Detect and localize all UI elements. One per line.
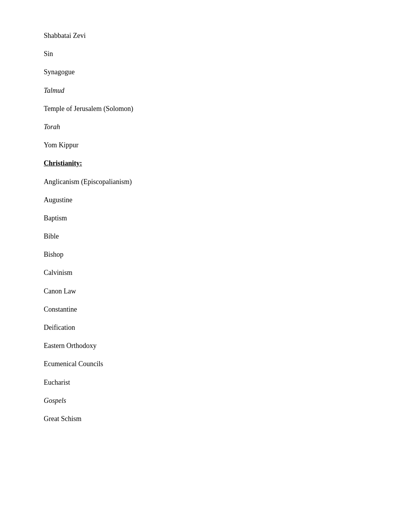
list-item: Sin (44, 49, 411, 59)
list-item: Shabbatai Zevi (44, 31, 411, 41)
list-item: Yom Kippur (44, 140, 411, 150)
list-item: Eastern Orthodoxy (44, 341, 411, 351)
list-item: Calvinism (44, 268, 411, 278)
list-item: Gospels (44, 396, 411, 406)
main-content: Shabbatai ZeviSinSynagogueTalmudTemple o… (0, 0, 411, 463)
list-item: Temple of Jerusalem (Solomon) (44, 104, 411, 114)
list-item: Synagogue (44, 67, 411, 77)
list-item: Christianity: (44, 159, 411, 168)
list-item: Torah (44, 122, 411, 132)
list-item: Canon Law (44, 286, 411, 296)
list-item: Eucharist (44, 378, 411, 387)
list-item: Augustine (44, 195, 411, 205)
list-item: Deification (44, 323, 411, 332)
list-item: Anglicanism (Episcopalianism) (44, 177, 411, 187)
list-item: Baptism (44, 213, 411, 223)
list-item: Talmud (44, 86, 411, 95)
list-item: Bible (44, 232, 411, 241)
list-item: Great Schism (44, 414, 411, 424)
list-item: Bishop (44, 250, 411, 259)
list-item: Ecumenical Councils (44, 359, 411, 369)
list-item: Constantine (44, 305, 411, 314)
